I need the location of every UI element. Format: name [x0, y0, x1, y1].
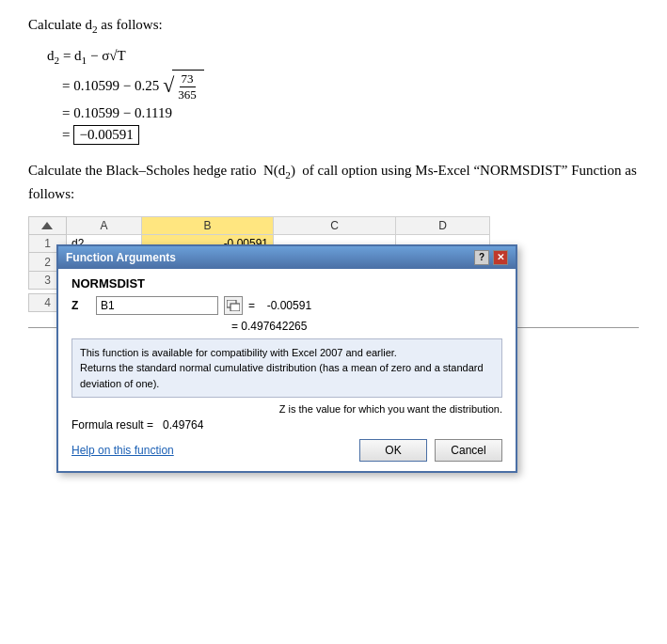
- function-arguments-dialog: Function Arguments ? ✕ NORMSDIST Z: [56, 244, 517, 474]
- dialog-formula-result: Formula result = 0.49764: [71, 418, 502, 432]
- col-header-a: A: [67, 216, 142, 234]
- dialog-description: This function is available for compatibi…: [71, 338, 502, 399]
- dialog-z-label: Z: [71, 299, 90, 312]
- dialog-footer-buttons: OK Cancel: [359, 439, 502, 462]
- dialog-z-equals: =: [248, 299, 262, 312]
- formula-line4: = −0.00591: [62, 125, 639, 145]
- dialog-z-value: -0.00591: [267, 299, 311, 312]
- dialog-footer: Help on this function OK Cancel: [71, 439, 502, 462]
- dialog-ok-button[interactable]: OK: [359, 439, 427, 462]
- dialog-title: Function Arguments: [66, 251, 176, 264]
- formula-result-value: 0.49764: [163, 418, 203, 432]
- formula-line3: = 0.10599 − 0.1119: [62, 105, 639, 121]
- formula-result-label: Formula result =: [71, 418, 153, 432]
- corner-cell: [29, 216, 67, 234]
- dialog-z-param-desc: Z is the value for which you want the di…: [71, 403, 502, 415]
- dialog-desc-line3: deviation of one).: [80, 376, 494, 392]
- formula-line1: d2 = d1 − σ√T: [47, 48, 639, 66]
- triangle-icon: [41, 222, 53, 229]
- col-header-c: C: [274, 216, 396, 234]
- col-header-d: D: [396, 216, 490, 234]
- result-boxed: −0.00591: [73, 125, 138, 145]
- col-header-b: B: [142, 216, 274, 234]
- svg-rect-1: [230, 304, 240, 311]
- dialog-z-input[interactable]: [96, 296, 218, 315]
- dialog-desc-line1: This function is available for compatibi…: [80, 345, 494, 361]
- dialog-body: NORMSDIST Z = -0.00591 = 0.: [58, 269, 516, 472]
- header-text: Calculate d2 as follows:: [28, 17, 639, 35]
- dialog-ref-button[interactable]: [224, 296, 243, 315]
- dialog-cancel-button[interactable]: Cancel: [435, 439, 502, 462]
- dialog-titlebar-controls: ? ✕: [474, 250, 508, 265]
- spreadsheet-section: A B C D 1 d2 -0.00591 2 N(d2) =NORMSDIST…: [28, 216, 639, 291]
- dialog-z-computed: = 0.497642265: [231, 320, 502, 333]
- dialog-desc-line2: Returns the standard normal cumulative d…: [80, 360, 494, 376]
- dialog-func-name: NORMSDIST: [71, 276, 502, 291]
- dialog-z-row: Z = -0.00591: [71, 296, 502, 315]
- text-description: Calculate the Black–Scholes hedge ratio …: [28, 160, 639, 204]
- dialog-help-btn[interactable]: ?: [474, 250, 489, 265]
- dialog-help-link[interactable]: Help on this function: [71, 444, 174, 457]
- dialog-close-btn[interactable]: ✕: [493, 250, 508, 265]
- formula-line2: = 0.10599 − 0.25 √ 73 365: [62, 70, 639, 102]
- math-formulas: d2 = d1 − σ√T = 0.10599 − 0.25 √ 73 365 …: [47, 48, 639, 145]
- dialog-z-input-wrap: = -0.00591: [96, 296, 502, 315]
- ref-icon: [227, 300, 240, 311]
- dialog-titlebar: Function Arguments ? ✕: [58, 246, 516, 269]
- header-section: Calculate d2 as follows:: [28, 17, 639, 35]
